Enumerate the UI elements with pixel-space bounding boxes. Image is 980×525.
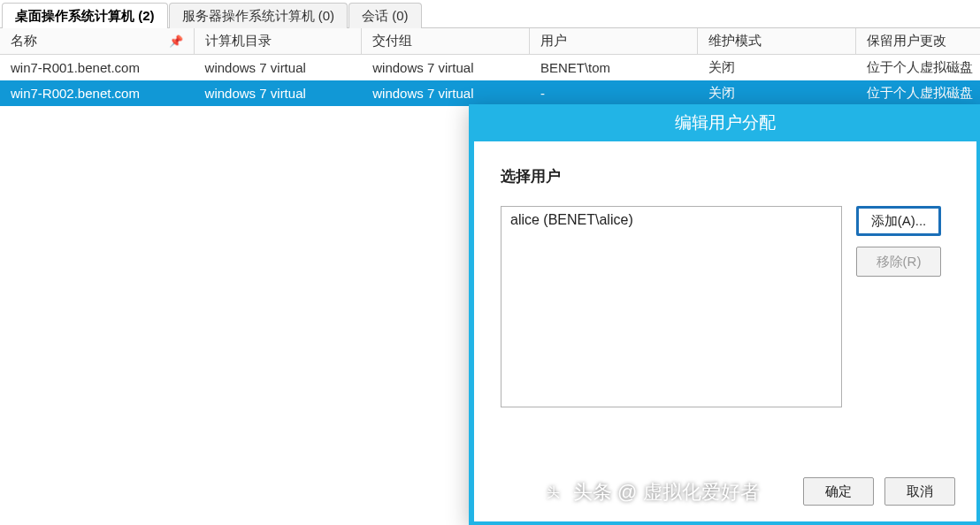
cell-delivery: windows 7 virtual xyxy=(362,60,530,75)
cell-delivery: windows 7 virtual xyxy=(362,86,530,101)
edit-user-assignment-dialog: 编辑用户分配 选择用户 alice (BENET\alice) 添加(A)...… xyxy=(469,104,980,525)
table-row[interactable]: win7-R002.benet.com windows 7 virtual wi… xyxy=(0,80,980,106)
column-catalog[interactable]: 计算机目录 xyxy=(195,28,363,54)
remove-button[interactable]: 移除(R) xyxy=(856,247,941,277)
ok-button[interactable]: 确定 xyxy=(803,477,874,506)
table-row[interactable]: win7-R001.benet.com windows 7 virtual wi… xyxy=(0,55,980,80)
tab-sessions[interactable]: 会话 (0) xyxy=(348,3,422,28)
tab-strip: 桌面操作系统计算机 (2) 服务器操作系统计算机 (0) 会话 (0) xyxy=(0,0,980,28)
list-item[interactable]: alice (BENET\alice) xyxy=(510,212,832,228)
column-maintenance[interactable]: 维护模式 xyxy=(698,28,857,54)
pin-icon[interactable]: 📌 xyxy=(169,34,183,48)
cell-name: win7-R002.benet.com xyxy=(0,86,195,101)
cell-retain: 位于个人虚拟磁盘 xyxy=(856,85,980,102)
cancel-button[interactable]: 取消 xyxy=(884,477,955,506)
column-name[interactable]: 名称 📌 xyxy=(0,28,195,54)
cell-catalog: windows 7 virtual xyxy=(195,60,363,75)
cell-user: - xyxy=(530,86,698,101)
tab-server-os[interactable]: 服务器操作系统计算机 (0) xyxy=(169,3,348,28)
table-header: 名称 📌 计算机目录 交付组 用户 维护模式 保留用户更改 xyxy=(0,28,980,55)
cell-maint: 关闭 xyxy=(698,59,857,76)
cell-retain: 位于个人虚拟磁盘 xyxy=(856,59,980,76)
cell-maint: 关闭 xyxy=(698,85,857,102)
add-button[interactable]: 添加(A)... xyxy=(856,206,941,236)
cell-catalog: windows 7 virtual xyxy=(195,86,363,101)
cell-user: BENET\tom xyxy=(530,60,698,75)
section-label: 选择用户 xyxy=(501,166,950,186)
column-delivery[interactable]: 交付组 xyxy=(362,28,530,54)
tab-desktop-os[interactable]: 桌面操作系统计算机 (2) xyxy=(2,3,168,28)
column-retain[interactable]: 保留用户更改 xyxy=(856,28,980,54)
user-listbox[interactable]: alice (BENET\alice) xyxy=(501,206,842,407)
cell-name: win7-R001.benet.com xyxy=(0,60,195,75)
column-name-label: 名称 xyxy=(11,33,37,49)
column-user[interactable]: 用户 xyxy=(530,28,698,54)
dialog-title: 编辑用户分配 xyxy=(474,108,976,141)
